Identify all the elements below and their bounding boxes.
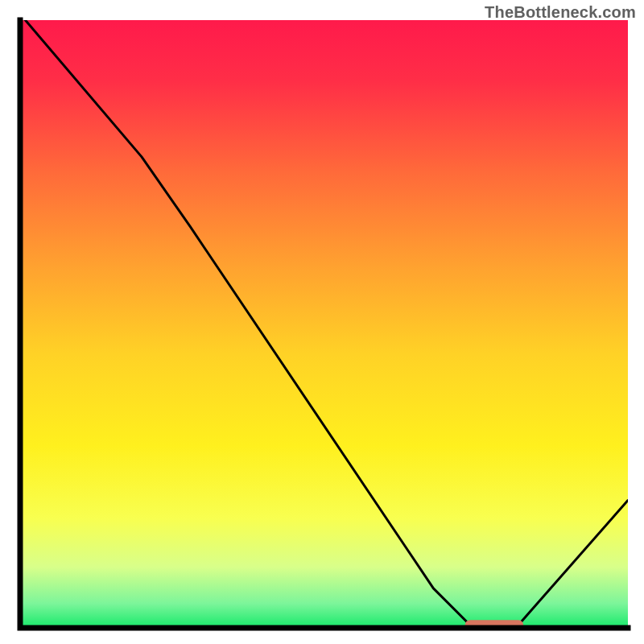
- chart-stage: TheBottleneck.com: [0, 0, 644, 644]
- watermark-text: TheBottleneck.com: [485, 3, 636, 22]
- bottleneck-chart: [0, 0, 644, 644]
- gradient-background: [20, 20, 628, 628]
